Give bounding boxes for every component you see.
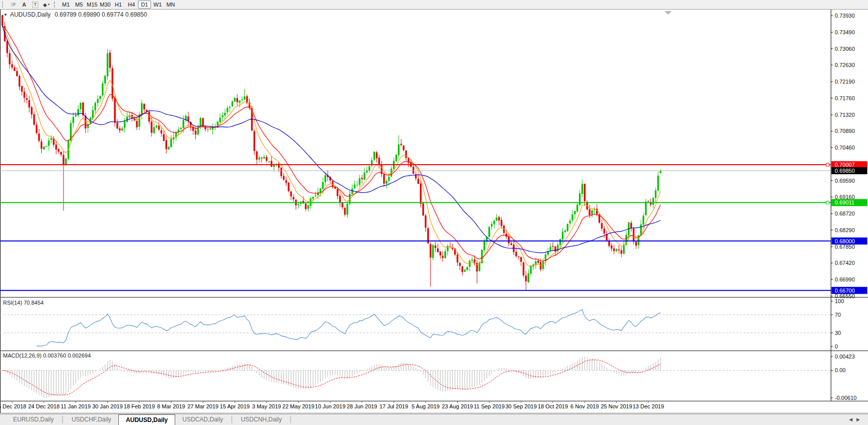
toolbar: ⣿F A T ◆▾ M1 M5 M15 M30 H1 H4 D1 W1 MN <box>0 0 868 10</box>
axis-label: 0.68290 <box>835 227 855 233</box>
axis-label: 0.67850 <box>835 244 855 250</box>
axis-label: 28 Jun 2019 <box>347 403 378 409</box>
axis-label: 5 Dec 2018 <box>0 403 26 409</box>
axis-label: 0.73490 <box>835 29 855 35</box>
axis-label: 6 Nov 2019 <box>570 403 599 409</box>
axis-label: 13 Dec 2019 <box>632 403 664 409</box>
tab-usdchf[interactable]: USDCHF,Daily <box>64 414 118 425</box>
axis-label: 23 Aug 2019 <box>442 403 473 409</box>
axis-label: 0.70460 <box>835 145 855 151</box>
axis-label: 3 May 2019 <box>252 403 281 409</box>
tab-scroll-right-icon[interactable]: ▶ <box>856 417 864 422</box>
axis-label: 0.67420 <box>835 260 855 266</box>
axis-label: 30 Sep 2019 <box>505 403 537 409</box>
axis-label: 17 Jul 2019 <box>380 403 408 409</box>
timeframe-m15-button[interactable]: M15 <box>86 1 99 9</box>
axis-label: 10 Jun 2019 <box>315 403 346 409</box>
axis-label: 0.72630 <box>835 62 855 68</box>
symbol-name: AUDUSD,Daily <box>10 11 51 18</box>
axis-label: 0.68000 <box>835 238 855 244</box>
tab-usdcad[interactable]: USDCAD,Daily <box>175 414 230 425</box>
macd-label: MACD(12,26,9) 0.003760 0.002694 <box>3 352 91 359</box>
axis-label: 0.66700 <box>835 288 855 294</box>
axis-label: 0.70890 <box>835 128 855 134</box>
axis-label: 30 <box>835 330 841 336</box>
text-label-icon[interactable]: T <box>32 2 38 8</box>
axis-label: 8 Mar 2019 <box>157 403 185 409</box>
axis-label: -0.00610 <box>835 395 856 401</box>
axis-label: 0 <box>835 343 838 349</box>
axis-label: 0.00423 <box>835 353 855 360</box>
axis-label: 70 <box>835 312 841 318</box>
axis-label: 24 Dec 2018 <box>28 403 59 409</box>
axis-label: 30 Jan 2019 <box>92 403 123 409</box>
axis-label: 18 Oct 2019 <box>538 403 568 409</box>
axis-label: 0.73930 <box>835 13 855 19</box>
text-icon[interactable]: A <box>20 1 28 9</box>
timeframe-m1-button[interactable]: M1 <box>59 1 73 9</box>
axis-label: 27 Mar 2019 <box>187 403 219 409</box>
axis-label: 0.68720 <box>835 210 855 217</box>
axis-label: 0.71760 <box>835 95 855 101</box>
axis-label: 0.00 <box>835 367 845 373</box>
axis-label: 0.71320 <box>835 112 855 118</box>
axis-label: 11 Jan 2019 <box>60 403 91 409</box>
tab-separator: │ <box>61 414 65 425</box>
timeframe-h4-button[interactable]: H4 <box>125 1 138 9</box>
axis-label: 5 Aug 2019 <box>412 403 440 409</box>
chevron-down-icon[interactable]: ▾ <box>48 3 50 7</box>
tab-separator: │ <box>230 414 234 425</box>
hline-handle[interactable] <box>826 201 829 204</box>
tab-audusd-active[interactable]: AUDUSD,Daily <box>118 414 175 425</box>
axis-label: 0.69160 <box>835 194 855 200</box>
toolbar-grip-2[interactable] <box>54 2 56 8</box>
axis-label: 0.70007 <box>835 162 855 168</box>
tab-separator: │ <box>289 414 293 425</box>
chart-title: ▼AUDUSD,Daily0.69789 0.69890 0.69774 0.6… <box>4 11 147 18</box>
axis-label: 11 Sep 2019 <box>474 403 505 409</box>
axis-label: 100 <box>835 298 844 304</box>
timeframe-w1-button[interactable]: W1 <box>151 1 164 9</box>
fibonacci-grid-dots: ⣿ <box>11 3 13 7</box>
axis-label: 25 Nov 2019 <box>601 403 632 409</box>
symbol-tab-bar: EURUSD,Daily │ USDCHF,Daily AUDUSD,Daily… <box>0 414 868 425</box>
axis-label: 22 May 2019 <box>282 403 315 409</box>
axis-label: 15 Apr 2019 <box>220 403 250 409</box>
axis-label: 0.69590 <box>835 178 855 184</box>
fibonacci-icon[interactable]: ⣿F <box>9 1 17 9</box>
timeframe-d1-button[interactable]: D1 <box>138 1 151 9</box>
hline-handle[interactable] <box>826 163 829 166</box>
timeframe-m30-button[interactable]: M30 <box>99 1 112 9</box>
axis-label: 0.66990 <box>835 276 855 282</box>
arrows-icon[interactable]: ◆▾ <box>42 1 50 9</box>
timeframe-h1-button[interactable]: H1 <box>112 1 125 9</box>
toolbar-grip[interactable] <box>2 2 5 8</box>
rsi-label: RSI(14) 70.8454 <box>3 300 44 306</box>
chart-canvas[interactable]: 0.739300.734900.730600.726300.721900.717… <box>0 0 868 425</box>
tab-scroll-left-icon[interactable]: ◀ <box>849 417 856 422</box>
axis-label: 0.69011 <box>835 199 854 205</box>
axis-label: 0.69850 <box>835 168 855 174</box>
axis-label: 0.72190 <box>835 79 855 85</box>
timeframe-m5-button[interactable]: M5 <box>73 1 86 9</box>
tab-usdcnh[interactable]: USDCNH,Daily <box>234 414 288 425</box>
axis-label: 18 Feb 2019 <box>124 403 155 409</box>
axis-label: 0.73060 <box>835 46 855 52</box>
symbol-dropdown-icon[interactable]: ▼ <box>4 13 8 17</box>
timeframe-mn-button[interactable]: MN <box>164 1 177 9</box>
ohlc-values: 0.69789 0.69890 0.69774 0.69850 <box>55 11 148 18</box>
tab-eurusd[interactable]: EURUSD,Daily <box>6 414 61 425</box>
